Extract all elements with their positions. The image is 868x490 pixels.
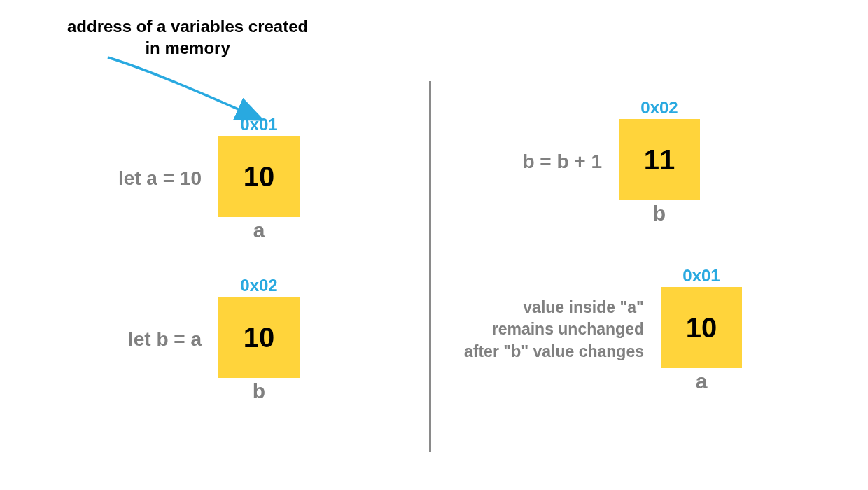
variable-name: b	[653, 202, 666, 225]
memory-box-b-initial: 0x02 10 b	[218, 276, 300, 403]
memory-cell-b-updated: b = b + 1 0x02 11 b	[483, 98, 700, 225]
explanation-line-2: remains unchanged	[492, 320, 644, 338]
annotation-line-1: address of a variables created	[67, 17, 308, 36]
value-text: 10	[244, 322, 275, 354]
code-label-let-a: let a = 10	[83, 165, 202, 192]
memory-box-b-updated: 0x02 11 b	[619, 98, 700, 225]
address-label: 0x01	[682, 266, 720, 286]
memory-cell-a-unchanged: value inside "a" remains unchanged after…	[448, 266, 742, 393]
variable-name: a	[253, 218, 265, 242]
memory-address-annotation: address of a variables created in memory	[67, 15, 308, 59]
vertical-divider	[429, 81, 431, 452]
address-label: 0x01	[240, 115, 277, 134]
memory-cell-a-initial: let a = 10 0x01 10 a	[83, 115, 300, 242]
value-box: 11	[619, 119, 700, 200]
memory-box-a-unchanged: 0x01 10 a	[661, 266, 742, 393]
memory-box-a-initial: 0x01 10 a	[218, 115, 300, 242]
variable-name: b	[253, 379, 265, 403]
explanation-line-3: after "b" value changes	[464, 342, 644, 360]
value-text: 11	[644, 144, 676, 176]
value-text: 10	[686, 312, 718, 344]
value-box: 10	[661, 287, 742, 368]
address-label: 0x02	[240, 276, 277, 295]
variable-name: a	[696, 370, 708, 393]
memory-cell-b-initial: let b = a 0x02 10 b	[97, 276, 300, 403]
annotation-line-2: in memory	[145, 38, 230, 57]
value-box: 10	[218, 136, 300, 217]
explanation-a-unchanged: value inside "a" remains unchanged after…	[448, 297, 644, 362]
explanation-line-1: value inside "a"	[523, 298, 644, 316]
address-label: 0x02	[640, 98, 678, 118]
value-text: 10	[244, 161, 275, 192]
value-box: 10	[218, 297, 300, 378]
code-label-let-b: let b = a	[97, 326, 202, 353]
code-label-b-increment: b = b + 1	[483, 148, 602, 175]
